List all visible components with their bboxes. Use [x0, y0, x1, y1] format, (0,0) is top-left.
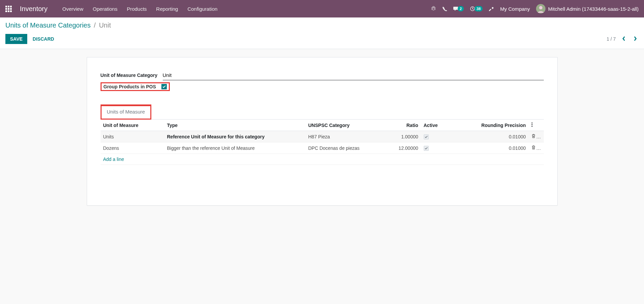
cell-actions: … — [529, 142, 544, 154]
tab-uom[interactable]: Units of Measure — [102, 106, 150, 119]
nav-left: Inventory Overview Operations Products R… — [5, 5, 218, 13]
cell-active[interactable] — [421, 131, 458, 142]
checkbox-active[interactable] — [424, 134, 429, 139]
row-more[interactable]: … — [536, 134, 541, 139]
breadcrumb: Units of Measure Categories / Unit — [5, 21, 639, 29]
input-uom-category[interactable] — [163, 71, 544, 80]
trash-icon[interactable] — [531, 145, 536, 151]
add-line-link[interactable]: Add a line — [103, 157, 124, 162]
tabs: Units of Measure — [101, 104, 544, 120]
table-row[interactable]: DozensBigger than the reference Unit of … — [101, 142, 544, 154]
cell-type[interactable]: Bigger than the reference Unit of Measur… — [164, 142, 306, 154]
add-line-row: Add a line — [101, 154, 544, 165]
field-category-row: Unit of Measure Category — [101, 71, 544, 80]
bug-icon[interactable] — [431, 6, 436, 11]
user-menu[interactable]: Mitchell Admin (17433446-saas-15-2-all) — [536, 4, 639, 13]
cell-rounding[interactable]: 0.01000 — [458, 131, 529, 142]
breadcrumb-separator: / — [94, 21, 96, 29]
uom-table: Unit of Measure Type UNSPSC Category Rat… — [101, 119, 544, 165]
discard-button[interactable]: DISCARD — [33, 34, 54, 44]
nav-menu-reporting[interactable]: Reporting — [156, 6, 178, 12]
label-group-pos: Group Products in POS — [104, 84, 156, 89]
nav-right: 2 38 My Company Mitchell Admin (17433446… — [431, 4, 639, 13]
th-rounding[interactable]: Rounding Precision — [458, 120, 529, 131]
tools-icon[interactable] — [489, 6, 494, 11]
label-uom-category: Unit of Measure Category — [101, 71, 163, 79]
th-unspsc[interactable]: UNSPSC Category — [306, 120, 377, 131]
cell-ratio[interactable]: 12.00000 — [377, 142, 421, 154]
app-brand[interactable]: Inventory — [20, 5, 47, 13]
content-area: Unit of Measure Category Group Products … — [0, 49, 644, 214]
cell-active[interactable] — [421, 142, 458, 154]
cell-uom[interactable]: Units — [101, 131, 164, 142]
highlight-tab: Units of Measure — [101, 104, 151, 120]
th-options-icon[interactable] — [529, 120, 544, 131]
breadcrumb-parent[interactable]: Units of Measure Categories — [5, 21, 90, 29]
cell-rounding[interactable]: 0.01000 — [458, 142, 529, 154]
messages-icon[interactable]: 2 — [453, 6, 464, 11]
cell-actions: … — [529, 131, 544, 142]
table-row[interactable]: UnitsReference Unit of Measure for this … — [101, 131, 544, 142]
checkbox-group-pos[interactable] — [161, 84, 167, 89]
cell-unspsc[interactable]: H87 Pieza — [306, 131, 377, 142]
company-name[interactable]: My Company — [500, 6, 530, 12]
nav-menu-operations[interactable]: Operations — [93, 6, 117, 12]
activities-icon[interactable]: 38 — [470, 6, 483, 11]
phone-icon[interactable] — [442, 6, 447, 11]
top-navbar: Inventory Overview Operations Products R… — [0, 0, 644, 17]
save-button[interactable]: SAVE — [5, 34, 27, 44]
action-row: SAVE DISCARD 1 / 7 — [5, 34, 639, 44]
pager-next-icon[interactable] — [632, 36, 639, 43]
svg-point-5 — [531, 126, 532, 127]
checkbox-active[interactable] — [424, 146, 429, 151]
nav-menu-products[interactable]: Products — [127, 6, 147, 12]
field-group-pos-row: Group Products in POS — [101, 82, 544, 91]
avatar — [536, 4, 545, 13]
messages-badge: 2 — [458, 6, 464, 11]
cell-uom[interactable]: Dozens — [101, 142, 164, 154]
pager-prev-icon[interactable] — [620, 36, 627, 43]
svg-point-3 — [531, 123, 532, 124]
form-sheet: Unit of Measure Category Group Products … — [87, 57, 558, 206]
pager: 1 / 7 — [607, 36, 639, 43]
apps-icon[interactable] — [5, 6, 12, 12]
trash-icon[interactable] — [531, 134, 536, 139]
control-bar: Units of Measure Categories / Unit SAVE … — [0, 17, 644, 49]
th-uom[interactable]: Unit of Measure — [101, 120, 164, 131]
activities-badge: 38 — [475, 6, 483, 11]
breadcrumb-current: Unit — [99, 21, 111, 29]
cell-unspsc[interactable]: DPC Docenas de piezas — [306, 142, 377, 154]
highlight-group-pos: Group Products in POS — [101, 82, 170, 91]
th-type[interactable]: Type — [164, 120, 306, 131]
nav-menu-configuration[interactable]: Configuration — [187, 6, 217, 12]
row-more[interactable]: … — [536, 145, 541, 151]
svg-point-4 — [531, 124, 532, 125]
table-header-row: Unit of Measure Type UNSPSC Category Rat… — [101, 120, 544, 131]
pager-text[interactable]: 1 / 7 — [607, 36, 616, 42]
nav-menu: Overview Operations Products Reporting C… — [62, 6, 217, 12]
svg-point-2 — [539, 6, 542, 9]
th-active[interactable]: Active — [421, 120, 458, 131]
cell-ratio[interactable]: 1.00000 — [377, 131, 421, 142]
field-category-wrap — [163, 71, 544, 80]
cell-type[interactable]: Reference Unit of Measure for this categ… — [164, 131, 306, 142]
user-name: Mitchell Admin (17433446-saas-15-2-all) — [548, 6, 639, 12]
nav-menu-overview[interactable]: Overview — [62, 6, 83, 12]
th-ratio[interactable]: Ratio — [377, 120, 421, 131]
